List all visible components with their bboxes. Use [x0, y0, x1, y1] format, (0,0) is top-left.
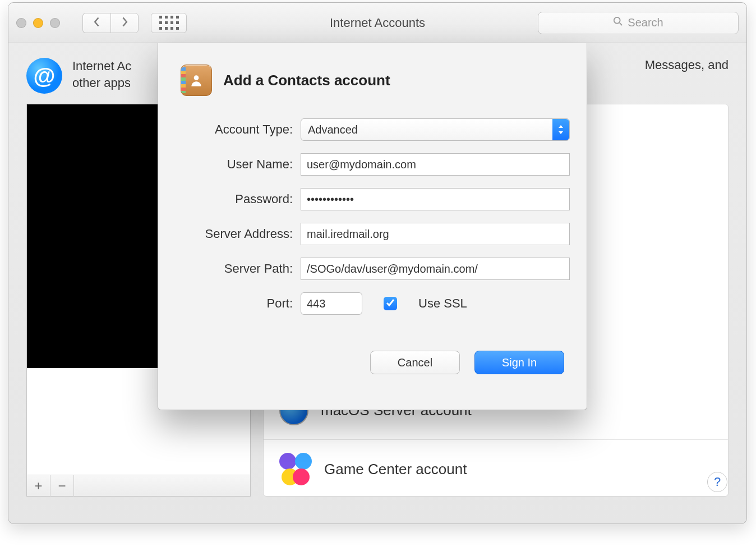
intro-line2: other apps: [72, 76, 131, 90]
sign-in-button-label: Sign In: [502, 356, 537, 369]
search-field[interactable]: Search: [538, 12, 739, 34]
account-type-value: Advanced: [308, 123, 358, 136]
account-type-label: Account Type:: [181, 122, 293, 137]
window-close-button[interactable]: [16, 18, 26, 28]
add-contacts-account-sheet: Add a Contacts account Account Type: Adv…: [158, 43, 587, 410]
sheet-title: Add a Contacts account: [223, 72, 390, 89]
show-all-button[interactable]: [151, 13, 187, 33]
server-path-label: Server Path:: [181, 261, 293, 276]
use-ssl-label: Use SSL: [418, 296, 467, 311]
port-label: Port:: [181, 296, 293, 311]
window-minimize-button[interactable]: [33, 18, 43, 28]
search-placeholder: Search: [628, 16, 663, 29]
plus-icon: +: [34, 478, 42, 494]
add-account-button[interactable]: +: [27, 475, 50, 497]
password-input[interactable]: [301, 188, 570, 210]
preferences-window: Internet Accounts Search @ Internet Ac o…: [8, 2, 747, 524]
minus-icon: −: [58, 478, 66, 494]
svg-point-1: [194, 75, 199, 80]
chevron-left-icon: [93, 16, 101, 30]
grid-icon: [159, 16, 179, 30]
toolbar-search-wrap: Search: [538, 12, 739, 34]
help-icon: ?: [714, 475, 721, 489]
intro-text: Internet Ac other apps: [72, 58, 131, 91]
game-center-icon: [279, 453, 312, 485]
remove-account-button[interactable]: −: [50, 475, 74, 497]
port-input[interactable]: [301, 292, 362, 315]
sidebar-footer: + −: [27, 475, 250, 496]
cancel-button[interactable]: Cancel: [370, 351, 460, 374]
sheet-header: Add a Contacts account: [181, 65, 564, 96]
chevron-right-icon: [121, 16, 128, 30]
internet-accounts-icon: @: [26, 58, 62, 94]
username-input[interactable]: [301, 153, 570, 176]
nav-buttons: [82, 13, 139, 33]
password-label: Password:: [181, 192, 293, 206]
username-label: User Name:: [181, 157, 293, 172]
contacts-app-icon: [181, 65, 212, 96]
intro-text-right: Messages, and: [645, 58, 729, 72]
window-zoom-button[interactable]: [50, 18, 60, 28]
window-traffic-lights: [16, 18, 60, 28]
use-ssl-checkbox[interactable]: [384, 297, 397, 310]
sheet-buttons: Cancel Sign In: [181, 351, 564, 374]
svg-point-0: [614, 17, 620, 24]
search-icon: [613, 16, 623, 29]
account-type-select[interactable]: Advanced: [301, 118, 570, 141]
forward-button[interactable]: [110, 13, 139, 33]
server-address-input[interactable]: [301, 223, 570, 245]
select-stepper-icon: [552, 119, 569, 140]
checkmark-icon: [386, 298, 395, 309]
back-button[interactable]: [82, 13, 110, 33]
provider-game-center[interactable]: Game Center account: [264, 440, 728, 498]
server-address-label: Server Address:: [181, 227, 293, 241]
provider-label: Game Center account: [324, 461, 467, 478]
port-row: Use SSL: [301, 292, 570, 315]
window-title: Internet Accounts: [330, 16, 425, 30]
help-button[interactable]: ?: [707, 472, 727, 492]
toolbar: Internet Accounts Search: [8, 3, 746, 43]
intro-line1: Internet Ac: [72, 59, 131, 73]
sheet-form: Account Type: Advanced User Name: Passwo…: [181, 118, 564, 315]
sign-in-button[interactable]: Sign In: [474, 351, 564, 374]
server-path-input[interactable]: [301, 258, 570, 280]
cancel-button-label: Cancel: [398, 356, 432, 369]
